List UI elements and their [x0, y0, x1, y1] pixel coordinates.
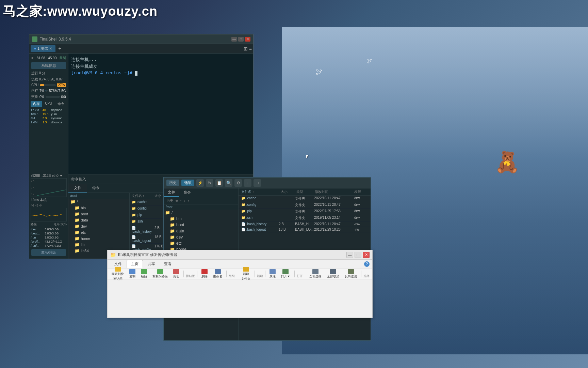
tab-grid-button[interactable]: ⊞ ≡: [244, 46, 252, 51]
search-icon[interactable]: 🔍: [225, 179, 232, 187]
explorer-close-btn[interactable]: ✕: [363, 252, 370, 258]
folder-icon: 📁: [75, 212, 80, 216]
exp-tab-view[interactable]: 查看: [160, 260, 176, 267]
bird-icon-2: 🕊: [367, 58, 372, 64]
latency-values: 46 45 44: [29, 203, 68, 208]
history-btn[interactable]: 历史: [166, 180, 179, 186]
folder-icon: 📁: [75, 205, 80, 210]
tab-close-icon[interactable]: ✕: [49, 47, 52, 50]
download-btn[interactable]: ↓: [184, 199, 185, 203]
list-item[interactable]: 📄 .bash_logout 18 B BASH_LO... 2013/12/2…: [239, 227, 371, 232]
properties-button[interactable]: 属性: [267, 269, 278, 279]
clipboard-icon[interactable]: 📋: [215, 179, 223, 187]
copy-ip-button[interactable]: 复制: [59, 56, 66, 60]
list-item[interactable]: 📁 .cache 文件夹 2022/10/11 20:47 drw: [239, 196, 371, 202]
refresh-btn[interactable]: ↻: [175, 199, 178, 203]
paste-button[interactable]: 粘贴: [139, 269, 149, 279]
folder-icon: 📁: [75, 224, 80, 229]
exp-tab-share[interactable]: 共享: [144, 260, 159, 267]
tree-item-boot[interactable]: 📁 boot: [68, 211, 129, 217]
tree-item-data[interactable]: 📁 data: [68, 217, 129, 223]
cut-button[interactable]: 剪切: [171, 269, 181, 279]
toolbar-divider-8: [305, 271, 305, 277]
invert-select-button[interactable]: 反向选消: [343, 269, 359, 279]
list-item[interactable]: 📁 .pip 文件夹 2022/07/25 17:53 drw: [239, 209, 371, 215]
copy-icon: [129, 269, 135, 274]
open-label: 打开: [297, 274, 303, 278]
file-tab-cmd[interactable]: 命令: [87, 184, 105, 193]
file-tab-files[interactable]: 文件: [68, 184, 87, 193]
upload-btn[interactable]: ↑: [180, 199, 182, 203]
pin-to-access-button[interactable]: 固定到快 速访问: [110, 266, 126, 282]
latency-value: 44ms: [31, 198, 39, 202]
list-item: 17.2M 40 depmoc: [29, 108, 68, 112]
bear-character: 🧸: [494, 150, 520, 174]
popup-tree-data[interactable]: 📁 data: [164, 228, 238, 234]
tree-item-bin[interactable]: 📁 bin: [68, 205, 129, 211]
paste-path-button[interactable]: 粘粘为路径: [150, 269, 170, 279]
popup-tree-bin[interactable]: 📁 bin: [164, 216, 238, 222]
lightning-icon[interactable]: ⚡: [196, 179, 204, 187]
select-all-button[interactable]: 全部选择: [307, 269, 324, 279]
terminal-area[interactable]: 连接主机... 连接主机成功 [root@VM-0-4-centos ~]#: [68, 53, 253, 174]
list-item[interactable]: 📄 .bash_history 2 B BASH_HI... 2022/10/1…: [239, 221, 371, 227]
tree-item-etc[interactable]: 📁 etc: [68, 229, 129, 235]
toolbar-divider-9: [361, 271, 361, 277]
sysinfo-button[interactable]: 系统信息: [31, 62, 66, 69]
mem-stat: 内存 7% 576M/7.5G: [29, 88, 68, 94]
close-button[interactable]: ✕: [245, 37, 250, 42]
help-icon[interactable]: ?: [364, 261, 370, 267]
window-icon[interactable]: □: [254, 179, 261, 187]
popup-path: /root: [164, 204, 238, 210]
toolbar-divider-3: [226, 271, 227, 277]
window-controls: — □ ✕: [231, 37, 250, 42]
tree-item-root[interactable]: 📁 /: [68, 199, 129, 205]
copy-button[interactable]: 复制: [127, 269, 137, 279]
tab-1-testcol[interactable]: ● 1 测试 ✕: [31, 45, 55, 52]
exp-tab-home[interactable]: 主页: [127, 260, 143, 268]
popup-tab-cmd[interactable]: 命令: [179, 188, 195, 197]
tab-cpu[interactable]: CPU: [43, 101, 54, 107]
settings-icon[interactable]: ⚙: [234, 179, 242, 187]
cmd-input-label: 命令输入: [71, 177, 86, 182]
download-icon[interactable]: ↓: [244, 179, 251, 187]
selectall-icon: [312, 269, 318, 274]
activate-button[interactable]: 激活/升级: [31, 249, 66, 256]
folder-icon: 📁: [75, 236, 80, 241]
upload2-btn[interactable]: ↑: [187, 199, 189, 203]
explorer-toolbar: 固定到快 速访问 复制 粘贴 粘粘为路径 剪切 剪贴板 删除 重命名: [108, 269, 372, 279]
explorer-minimize-btn[interactable]: —: [346, 252, 353, 258]
swap-stat: 交换 0% 0/0: [29, 94, 68, 100]
rename-button[interactable]: 重命名: [211, 269, 224, 279]
list-item[interactable]: 📁 .config 文件夹 2022/10/11 20:47 drw: [239, 202, 371, 209]
open-button[interactable]: 打开▼: [279, 269, 292, 279]
popup-tree-root[interactable]: 📁 /: [164, 210, 238, 216]
deselect-all-button[interactable]: 全部取消: [325, 269, 341, 279]
tree-item-home[interactable]: 📁 home: [68, 235, 129, 242]
popup-tab-files[interactable]: 文件: [164, 188, 179, 197]
cut-icon: [173, 269, 179, 274]
tree-item-lib[interactable]: 📁 lib: [68, 242, 129, 248]
popup-tree-etc[interactable]: 📁 etc: [164, 240, 238, 246]
minimize-button[interactable]: —: [231, 37, 237, 42]
delete-button[interactable]: 删除: [199, 269, 210, 279]
new-folder-button[interactable]: 新建 文件夹: [239, 266, 252, 282]
popup-tree-dev[interactable]: 📁 dev: [164, 234, 238, 240]
tab-add-button[interactable]: +: [57, 46, 63, 52]
refresh-icon[interactable]: ↻: [206, 179, 213, 187]
terminal-prompt-line: [root@VM-0-4-centos ~]#: [71, 70, 250, 76]
tab-memory[interactable]: 内存: [31, 101, 42, 107]
options-btn[interactable]: 选项: [181, 180, 194, 186]
terminal-line-1: 连接主机...: [71, 56, 250, 63]
mem-value: 7%: [39, 89, 44, 93]
list-item[interactable]: 📁 .ssh 文件夹 2019/11/05 23:14 drw: [239, 215, 371, 221]
cpu-stat: CPU 27%: [29, 82, 68, 88]
folder-icon: 📁: [170, 229, 175, 233]
explorer-maximize-btn[interactable]: □: [355, 252, 361, 258]
swap-bar-bg: [46, 96, 60, 98]
app-title: FinalShell 3.9.5.4: [39, 37, 71, 42]
maximize-button[interactable]: □: [238, 37, 244, 42]
popup-tree-boot[interactable]: 📁 boot: [164, 222, 238, 228]
tab-cmd[interactable]: 命令: [55, 101, 67, 107]
tree-item-dev[interactable]: 📁 dev: [68, 223, 129, 229]
